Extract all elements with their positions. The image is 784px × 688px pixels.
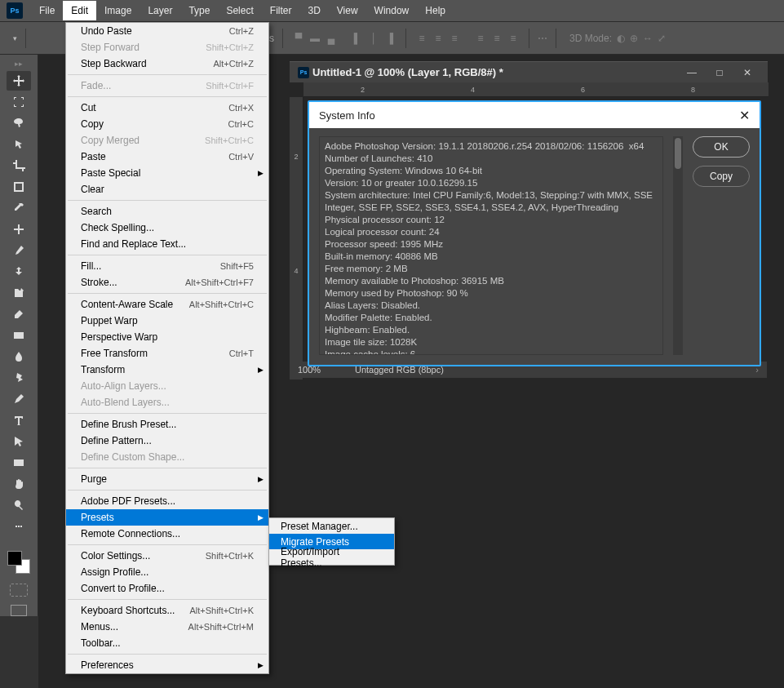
tool-history-brush[interactable]: [7, 283, 31, 303]
dist-vcenter-icon[interactable]: ≡: [431, 31, 445, 46]
menuitem-preferences[interactable]: Preferences▶: [66, 657, 268, 673]
close-icon[interactable]: ✕: [735, 65, 760, 80]
screen-mode-icon[interactable]: [11, 605, 27, 616]
menuitem-stroke[interactable]: Stroke...Alt+Shift+Ctrl+F7: [66, 274, 268, 291]
tool-clone[interactable]: [7, 262, 31, 282]
menuitem-puppet-warp[interactable]: Puppet Warp: [66, 313, 268, 329]
tool-brush[interactable]: [7, 241, 31, 260]
separator: [282, 29, 283, 48]
menuitem-keyboard-shortcuts[interactable]: Keyboard Shortcuts...Alt+Shift+Ctrl+K: [66, 602, 268, 619]
menu-view[interactable]: View: [329, 1, 366, 20]
menuitem-free-transform[interactable]: Free TransformCtrl+T: [66, 345, 268, 362]
menuitem-define-pattern[interactable]: Define Pattern...: [66, 433, 268, 449]
maximize-icon[interactable]: □: [707, 65, 732, 80]
menuitem-find-and-replace-text[interactable]: Find and Replace Text...: [66, 236, 268, 252]
tool-eraser[interactable]: [7, 304, 31, 324]
menu-image[interactable]: Image: [96, 1, 140, 20]
menuitem-check-spelling[interactable]: Check Spelling...: [66, 220, 268, 236]
color-swatches[interactable]: [6, 549, 32, 575]
tool-edit-toolbar[interactable]: [7, 517, 31, 536]
dist-top-icon[interactable]: ≡: [414, 31, 429, 46]
tool-blur[interactable]: [7, 347, 31, 366]
tool-rectangle[interactable]: [7, 453, 31, 473]
ok-button[interactable]: OK: [693, 136, 750, 158]
menu-window[interactable]: Window: [366, 1, 418, 20]
menuitem-menus[interactable]: Menus...Alt+Shift+Ctrl+M: [66, 619, 268, 635]
scrollbar-thumb[interactable]: [675, 138, 681, 169]
tool-move[interactable]: [7, 71, 31, 91]
tool-gradient[interactable]: [7, 326, 31, 345]
copy-button[interactable]: Copy: [693, 166, 750, 187]
submenu-export-import-presets[interactable]: Export/Import Presets...: [269, 549, 394, 565]
close-icon[interactable]: ✕: [739, 108, 750, 123]
system-info-text[interactable]: [319, 136, 663, 355]
more-icon[interactable]: ⋯: [538, 33, 547, 44]
tool-lasso[interactable]: [7, 113, 31, 133]
menu-3d[interactable]: 3D: [299, 1, 328, 20]
menuitem-define-brush-preset[interactable]: Define Brush Preset...: [66, 416, 268, 433]
menu-type[interactable]: Type: [180, 1, 218, 20]
chevron-down-icon[interactable]: ▾: [13, 34, 17, 42]
menuitem-undo-paste[interactable]: Undo PasteCtrl+Z: [66, 23, 268, 39]
menuitem-purge[interactable]: Purge▶: [66, 471, 268, 487]
menuitem-clear[interactable]: Clear: [66, 181, 268, 198]
tool-dodge[interactable]: [7, 368, 31, 388]
menu-edit[interactable]: Edit: [63, 1, 96, 20]
menuitem-perspective-warp[interactable]: Perspective Warp: [66, 329, 268, 345]
menuitem-step-backward[interactable]: Step BackwardAlt+Ctrl+Z: [66, 55, 268, 72]
menuitem-paste[interactable]: PasteCtrl+V: [66, 149, 268, 165]
menuitem-toolbar[interactable]: Toolbar...: [66, 635, 268, 651]
toolbar-grip[interactable]: ▸▸: [15, 60, 23, 68]
tool-pen[interactable]: [7, 389, 31, 409]
align-top-icon[interactable]: ▀: [291, 31, 306, 46]
dist-hcenter-icon[interactable]: ≡: [489, 31, 504, 46]
align-right-icon[interactable]: ▐: [383, 31, 397, 46]
dist-bottom-icon[interactable]: ≡: [447, 31, 462, 46]
menuitem-remote-connections[interactable]: Remote Connections...: [66, 526, 268, 542]
align-vcenter-icon[interactable]: ▬: [308, 31, 322, 46]
tool-type[interactable]: [7, 411, 31, 430]
menu-help[interactable]: Help: [417, 1, 454, 20]
tool-path-select[interactable]: [7, 432, 31, 451]
minimize-icon[interactable]: —: [680, 65, 704, 80]
menuitem-copy[interactable]: CopyCtrl+C: [66, 116, 268, 132]
tool-quick-select[interactable]: [7, 135, 31, 154]
menuitem-search[interactable]: Search: [66, 203, 268, 220]
tool-eyedropper[interactable]: [7, 198, 31, 218]
scrollbar[interactable]: [673, 136, 683, 355]
dist-right-icon[interactable]: ≡: [506, 31, 520, 46]
align-bottom-icon[interactable]: ▄: [324, 31, 339, 46]
ruler-mark: 4: [471, 86, 475, 94]
menuitem-cut[interactable]: CutCtrl+X: [66, 100, 268, 116]
align-hcenter-icon[interactable]: │: [366, 31, 381, 46]
menu-layer[interactable]: Layer: [140, 1, 180, 20]
3d-scale-icon[interactable]: ⤢: [658, 33, 666, 44]
3d-orbit-icon[interactable]: ◐: [617, 33, 625, 44]
quick-mask-icon[interactable]: [10, 584, 28, 597]
submenu-preset-manager[interactable]: Preset Manager...: [269, 518, 394, 534]
align-left-icon[interactable]: ▌: [350, 31, 365, 46]
menuitem-convert-to-profile[interactable]: Convert to Profile...: [66, 580, 268, 597]
tool-zoom[interactable]: [7, 495, 31, 515]
menuitem-paste-special[interactable]: Paste Special▶: [66, 165, 268, 181]
menu-filter[interactable]: Filter: [262, 1, 300, 20]
menuitem-content-aware-scale[interactable]: Content-Aware ScaleAlt+Shift+Ctrl+C: [66, 296, 268, 313]
tool-healing[interactable]: [7, 220, 31, 239]
tool-frame[interactable]: [7, 177, 31, 197]
shortcut: Alt+Shift+Ctrl+K: [189, 606, 254, 615]
foreground-color[interactable]: [7, 551, 22, 566]
tool-crop[interactable]: [7, 156, 31, 175]
3d-pan-icon[interactable]: ⊕: [630, 33, 638, 44]
menu-file[interactable]: File: [31, 1, 63, 20]
menuitem-transform[interactable]: Transform▶: [66, 362, 268, 378]
menuitem-fill[interactable]: Fill...Shift+F5: [66, 258, 268, 274]
3d-slide-icon[interactable]: ↔: [643, 33, 653, 44]
tool-marquee[interactable]: [7, 92, 31, 112]
dist-left-icon[interactable]: ≡: [473, 31, 488, 46]
menuitem-assign-profile[interactable]: Assign Profile...: [66, 564, 268, 580]
menu-select[interactable]: Select: [218, 1, 261, 20]
menuitem-presets[interactable]: Presets▶: [66, 509, 268, 526]
tool-hand[interactable]: [7, 474, 31, 494]
menuitem-adobe-pdf-presets[interactable]: Adobe PDF Presets...: [66, 493, 268, 509]
menuitem-color-settings[interactable]: Color Settings...Shift+Ctrl+K: [66, 548, 268, 564]
